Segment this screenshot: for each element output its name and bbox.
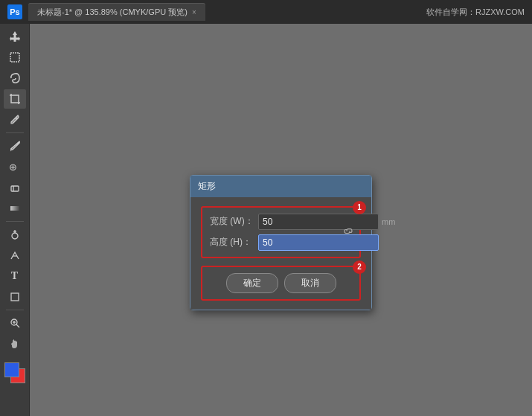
tab-close-button[interactable]: × <box>192 8 196 16</box>
fields-group: 1 宽度 (W)： mm <box>201 206 361 258</box>
separator-2 <box>6 221 24 222</box>
lasso-tool[interactable] <box>4 68 26 88</box>
brush-tool[interactable] <box>4 136 26 156</box>
separator-1 <box>6 132 24 133</box>
svg-point-8 <box>12 233 18 239</box>
dialog-body: 1 宽度 (W)： mm <box>190 197 371 310</box>
eyedropper-tool[interactable] <box>4 110 26 129</box>
svg-rect-7 <box>10 206 19 211</box>
crop-tool[interactable] <box>4 89 26 109</box>
width-row: 宽度 (W)： mm <box>210 214 352 230</box>
hand-tool[interactable] <box>4 334 26 353</box>
title-bar-left: Ps 未标题-1* @ 135.89% (CMYK/GPU 预览) × <box>7 3 205 21</box>
height-label: 高度 (H)： <box>210 236 258 249</box>
svg-rect-5 <box>11 186 19 191</box>
toolbar: ⊕ T <box>0 24 30 416</box>
color-swatch-container <box>4 359 25 383</box>
title-bar: Ps 未标题-1* @ 135.89% (CMYK/GPU 预览) × 软件自学… <box>0 0 532 24</box>
move-tool[interactable] <box>4 27 26 46</box>
tab-title: 未标题-1* @ 135.89% (CMYK/GPU 预览) <box>37 7 188 18</box>
buttons-group: 2 确定 取消 <box>201 266 361 301</box>
rectangle-dialog: 矩形 1 宽度 (W)： mm <box>190 175 372 310</box>
width-label: 宽度 (W)： <box>210 215 258 228</box>
link-icon[interactable] <box>343 225 353 238</box>
width-input[interactable] <box>258 214 379 230</box>
marquee-tool[interactable] <box>4 48 26 67</box>
zoom-tool[interactable] <box>4 313 26 333</box>
document-tab[interactable]: 未标题-1* @ 135.89% (CMYK/GPU 预览) × <box>28 3 205 21</box>
eraser-tool[interactable] <box>4 178 26 197</box>
cancel-button[interactable]: 取消 <box>284 273 336 293</box>
foreground-color[interactable] <box>4 362 19 377</box>
separator-3 <box>6 310 24 310</box>
confirm-button[interactable]: 确定 <box>226 273 278 293</box>
app-icon: Ps <box>7 4 22 19</box>
svg-marker-1 <box>10 31 15 42</box>
color-boxes[interactable] <box>4 362 25 383</box>
svg-line-13 <box>16 324 19 327</box>
pen-tool[interactable] <box>4 246 26 265</box>
height-row: 高度 (H)： <box>210 234 352 251</box>
main-layout: ⊕ T <box>0 24 532 416</box>
svg-rect-2 <box>10 53 19 62</box>
clone-stamp-tool[interactable]: ⊕ <box>4 157 26 176</box>
badge-2: 2 <box>353 260 366 274</box>
shape-tool[interactable] <box>4 287 26 307</box>
canvas-area: 矩形 1 宽度 (W)： mm <box>30 24 532 416</box>
svg-rect-11 <box>11 293 19 301</box>
dialog-title: 矩形 <box>190 176 371 197</box>
text-tool[interactable]: T <box>4 266 26 286</box>
gradient-tool[interactable] <box>4 199 26 218</box>
svg-text:⊕: ⊕ <box>9 161 17 173</box>
height-input[interactable] <box>258 234 379 251</box>
dodge-tool[interactable] <box>4 225 26 244</box>
badge-1: 1 <box>353 201 366 214</box>
website-label: 软件自学网：RJZXW.COM <box>426 7 525 18</box>
svg-marker-0 <box>15 31 20 42</box>
width-unit: mm <box>382 217 395 226</box>
